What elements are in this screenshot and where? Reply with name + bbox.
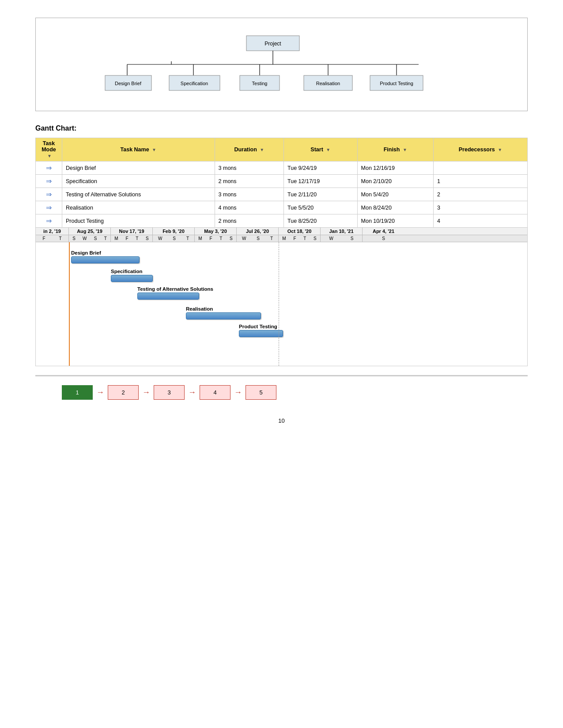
timeline-label-7: Jan 10, '21 bbox=[321, 228, 363, 235]
gantt-bar-4 bbox=[186, 312, 261, 319]
wbs-child-4: Realisation bbox=[316, 81, 340, 86]
task-mode-icon: ⇒ bbox=[46, 204, 52, 211]
wbs-diagram: Project Design Brief Specification Testi… bbox=[35, 18, 528, 111]
gantt-bar-label-3: Testing of Alternative Solutions bbox=[137, 286, 213, 292]
pred-cell bbox=[433, 161, 527, 175]
gantt-bars-area: Design Brief Specification Testing of Al… bbox=[36, 242, 527, 366]
start-cell: Tue 8/25/20 bbox=[284, 214, 358, 228]
page-navigation: 1 → 2 → 3 → 4 → 5 bbox=[62, 385, 528, 400]
col-header-start[interactable]: Start ▼ bbox=[284, 138, 358, 161]
finish-cell: Mon 5/4/20 bbox=[357, 188, 433, 201]
gantt-bar-row-5: Product Testing bbox=[239, 324, 283, 337]
timeline-label-2: Nov 17, '19 bbox=[111, 228, 153, 235]
gantt-bar-3 bbox=[137, 293, 199, 300]
col-header-pred[interactable]: Predecessors ▼ bbox=[433, 138, 527, 161]
start-cell: Tue 5/5/20 bbox=[284, 201, 358, 214]
pred-cell: 1 bbox=[433, 175, 527, 188]
start-cell: Tue 9/24/19 bbox=[284, 161, 358, 175]
wbs-svg: Project Design Brief Specification Testi… bbox=[83, 31, 480, 102]
nav-item-5[interactable]: 5 bbox=[246, 385, 276, 400]
sort-icon-pred: ▼ bbox=[498, 147, 502, 152]
task-mode-icon: ⇒ bbox=[46, 164, 52, 172]
sort-icon-task-name: ▼ bbox=[152, 147, 156, 152]
pred-cell: 4 bbox=[433, 214, 527, 228]
gantt-bar-chart: in 2, '19 Aug 25, '19 Nov 17, '19 Feb 9,… bbox=[35, 228, 528, 366]
gantt-bar-1 bbox=[71, 256, 140, 263]
timeline-label-8: Apr 4, '21 bbox=[363, 228, 404, 235]
gantt-bar-row-1: Design Brief bbox=[71, 250, 140, 263]
timeline-label-1: Aug 25, '19 bbox=[69, 228, 111, 235]
gantt-bar-label-5: Product Testing bbox=[239, 324, 283, 329]
wbs-child-2: Specification bbox=[180, 81, 208, 86]
gantt-today-line bbox=[279, 242, 279, 366]
col-header-finish[interactable]: Finish ▼ bbox=[357, 138, 433, 161]
finish-cell: Mon 12/16/19 bbox=[357, 161, 433, 175]
nav-arrow-3: → bbox=[185, 388, 200, 397]
table-row: ⇒Testing of Alternative Solutions3 monsT… bbox=[36, 188, 528, 201]
page-number: 10 bbox=[35, 417, 528, 424]
gantt-bar-row-3: Testing of Alternative Solutions bbox=[137, 286, 213, 300]
gantt-chart-title: Gantt Chart: bbox=[35, 124, 528, 132]
table-row: ⇒Specification2 monsTue 12/17/19Mon 2/10… bbox=[36, 175, 528, 188]
nav-item-3[interactable]: 3 bbox=[154, 385, 185, 400]
task-mode-icon: ⇒ bbox=[46, 177, 52, 185]
sort-icon-duration: ▼ bbox=[260, 147, 264, 152]
task-name-cell: Testing of Alternative Solutions bbox=[62, 188, 215, 201]
duration-cell: 3 mons bbox=[215, 161, 283, 175]
gantt-bar-row-2: Specification bbox=[111, 269, 153, 282]
timeline-label-4: May 3, '20 bbox=[195, 228, 237, 235]
nav-item-2[interactable]: 2 bbox=[108, 385, 139, 400]
nav-arrow-1: → bbox=[93, 388, 108, 397]
finish-cell: Mon 8/24/20 bbox=[357, 201, 433, 214]
table-row: ⇒Realisation4 monsTue 5/5/20Mon 8/24/203 bbox=[36, 201, 528, 214]
task-mode-icon: ⇒ bbox=[46, 191, 52, 198]
nav-item-4[interactable]: 4 bbox=[200, 385, 230, 400]
gantt-bar-label-4: Realisation bbox=[186, 306, 261, 311]
gantt-bar-2 bbox=[111, 275, 153, 282]
table-row: ⇒Product Testing2 monsTue 8/25/20Mon 10/… bbox=[36, 214, 528, 228]
pred-cell: 3 bbox=[433, 201, 527, 214]
sort-icon-finish: ▼ bbox=[403, 147, 407, 152]
duration-cell: 4 mons bbox=[215, 201, 283, 214]
task-name-cell: Design Brief bbox=[62, 161, 215, 175]
timeline-label-3: Feb 9, '20 bbox=[153, 228, 195, 235]
separator bbox=[35, 375, 528, 376]
duration-cell: 3 mons bbox=[215, 188, 283, 201]
table-row: ⇒Design Brief3 monsTue 9/24/19Mon 12/16/… bbox=[36, 161, 528, 175]
wbs-child-1: Design Brief bbox=[115, 81, 142, 86]
nav-arrow-4: → bbox=[230, 388, 246, 397]
wbs-child-3: Testing bbox=[252, 81, 267, 86]
gantt-table: Task Mode ▼ Task Name ▼ Duration ▼ Start… bbox=[35, 138, 528, 228]
duration-cell: 2 mons bbox=[215, 214, 283, 228]
finish-cell: Mon 2/10/20 bbox=[357, 175, 433, 188]
sort-icon-task-mode: ▼ bbox=[47, 154, 52, 158]
wbs-child-5: Product Testing bbox=[380, 81, 413, 86]
timeline-label-6: Oct 18, '20 bbox=[279, 228, 321, 235]
gantt-bar-label-2: Specification bbox=[111, 269, 153, 274]
task-mode-icon: ⇒ bbox=[46, 217, 52, 225]
gantt-start-line bbox=[69, 242, 70, 366]
timeline-label-0: in 2, '19 bbox=[36, 228, 69, 235]
col-header-task-mode[interactable]: Task Mode ▼ bbox=[36, 138, 62, 161]
gantt-bar-row-4: Realisation bbox=[186, 306, 261, 319]
gantt-bar-label-1: Design Brief bbox=[71, 250, 140, 255]
col-header-duration[interactable]: Duration ▼ bbox=[215, 138, 283, 161]
finish-cell: Mon 10/19/20 bbox=[357, 214, 433, 228]
timeline-label-5: Jul 26, '20 bbox=[237, 228, 279, 235]
pred-cell: 2 bbox=[433, 188, 527, 201]
start-cell: Tue 2/11/20 bbox=[284, 188, 358, 201]
wbs-tree: Project Design Brief Specification Testi… bbox=[45, 31, 518, 102]
sort-icon-start: ▼ bbox=[326, 147, 330, 152]
task-name-cell: Realisation bbox=[62, 201, 215, 214]
nav-arrow-2: → bbox=[139, 388, 154, 397]
col-header-task-name[interactable]: Task Name ▼ bbox=[62, 138, 215, 161]
task-name-cell: Product Testing bbox=[62, 214, 215, 228]
nav-item-1[interactable]: 1 bbox=[62, 385, 93, 400]
wbs-root-label: Project bbox=[264, 41, 281, 47]
start-cell: Tue 12/17/19 bbox=[284, 175, 358, 188]
gantt-bar-5 bbox=[239, 330, 283, 337]
task-name-cell: Specification bbox=[62, 175, 215, 188]
duration-cell: 2 mons bbox=[215, 175, 283, 188]
